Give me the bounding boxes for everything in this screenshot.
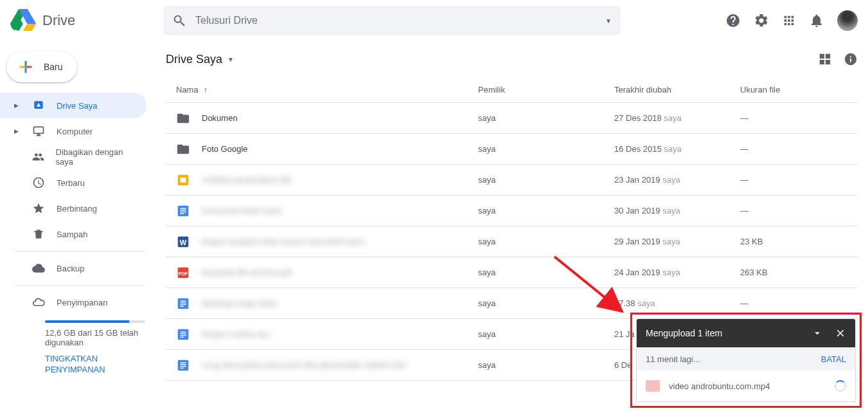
close-icon[interactable]	[835, 327, 846, 339]
svg-rect-8	[178, 205, 189, 216]
sidebar-item-label: Berbintang	[57, 204, 97, 214]
file-owner: saya	[478, 113, 614, 123]
svg-rect-25	[180, 334, 186, 335]
gear-icon[interactable]	[754, 13, 769, 28]
computer-icon	[32, 125, 45, 138]
sidebar-item-trash[interactable]: Sampah	[0, 221, 146, 247]
header: Drive ▼	[0, 0, 868, 41]
upload-file-row[interactable]: video androbuntu.com.mp4	[637, 370, 855, 401]
logo-block[interactable]: Drive	[10, 8, 163, 33]
file-owner: saya	[478, 298, 614, 308]
sidebar-item-label: Penyimpanan	[57, 298, 108, 307]
sidebar-item-computers[interactable]: ▶ Komputer	[0, 118, 146, 144]
col-header-modified[interactable]: Terakhir diubah	[614, 85, 740, 95]
new-button-label: Baru	[44, 62, 63, 72]
upload-file-name: video androbuntu.com.mp4	[669, 381, 770, 391]
file-type-icon	[176, 173, 190, 187]
breadcrumb[interactable]: Drive Saya ▼	[166, 53, 234, 66]
expand-icon[interactable]: ▶	[14, 128, 21, 134]
file-row[interactable]: PDFExported file archive.pdfsaya24 Jan 2…	[166, 257, 858, 288]
upgrade-storage-link[interactable]: TINGKATKAN PENYIMPANAN	[45, 354, 145, 376]
product-name: Drive	[42, 12, 75, 29]
file-row[interactable]: Untitled presentation filesaya23 Jan 201…	[166, 165, 858, 196]
search-options-dropdown-icon[interactable]: ▼	[605, 17, 612, 24]
sidebar: Baru ▶ Drive Saya ▶ Komputer Dibagikan d…	[0, 41, 153, 411]
file-name: Foto Google	[202, 144, 248, 154]
file-name: Untitled presentation file	[202, 175, 291, 185]
info-icon[interactable]	[844, 52, 858, 66]
file-size: —	[740, 298, 858, 308]
cloud-icon	[32, 262, 45, 275]
upload-panel-title: Mengupload 1 item	[646, 328, 722, 338]
svg-rect-30	[180, 365, 186, 366]
cloud-outline-icon	[32, 296, 45, 309]
file-modified: 29 Jan 2019 saya	[614, 237, 740, 246]
file-size: —	[740, 113, 858, 123]
upload-panel-highlight: Mengupload 1 item 11 menit lagi... BATAL…	[630, 313, 862, 408]
svg-rect-17	[178, 298, 189, 309]
upload-panel-status: 11 menit lagi... BATAL	[637, 347, 855, 370]
sidebar-item-label: Komputer	[57, 127, 93, 136]
svg-rect-22	[178, 329, 189, 340]
upload-eta: 11 menit lagi...	[646, 354, 700, 364]
apps-icon[interactable]	[782, 14, 796, 28]
expand-icon[interactable]: ▶	[14, 102, 21, 109]
file-row[interactable]: Foto Googlesaya16 Des 2015 saya—	[166, 134, 858, 165]
search-box[interactable]: ▼	[163, 6, 621, 35]
sidebar-divider	[14, 285, 145, 286]
storage-bar-fill	[45, 320, 129, 323]
sidebar-item-recent[interactable]: Terbaru	[0, 170, 146, 196]
file-row[interactable]: WReport analysis final version document.…	[166, 226, 858, 257]
file-name: Long descriptive document title placehol…	[202, 360, 405, 370]
main-header: Drive Saya ▼	[166, 41, 858, 77]
notifications-icon[interactable]	[809, 13, 824, 28]
file-modified: 24 Jan 2019 saya	[614, 268, 740, 277]
file-modified: 30 Jan 2019 saya	[614, 206, 740, 215]
sidebar-item-starred[interactable]: Berbintang	[0, 196, 146, 221]
file-row[interactable]: Document draft notessaya30 Jan 2019 saya…	[166, 196, 858, 226]
avatar[interactable]	[837, 10, 858, 31]
plus-icon	[17, 58, 35, 76]
sidebar-item-storage[interactable]: Penyimpanan	[0, 289, 146, 315]
file-size: —	[740, 144, 858, 154]
header-actions	[725, 10, 858, 31]
svg-rect-31	[180, 367, 184, 368]
video-thumb-icon	[646, 380, 660, 392]
col-header-size[interactable]: Ukuran file	[740, 85, 858, 95]
grid-view-icon[interactable]	[818, 52, 832, 66]
file-type-icon	[176, 358, 190, 372]
col-header-name[interactable]: Nama ↑	[166, 85, 478, 95]
svg-rect-11	[180, 211, 186, 212]
col-header-owner[interactable]: Pemilik	[478, 85, 614, 95]
sidebar-item-my-drive[interactable]: ▶ Drive Saya	[0, 93, 146, 118]
sidebar-item-shared[interactable]: Dibagikan dengan saya	[0, 144, 146, 170]
svg-rect-10	[180, 210, 186, 210]
file-type-icon: PDF	[176, 266, 190, 280]
sort-arrow-up-icon: ↑	[204, 85, 208, 95]
file-size: 23 KB	[740, 237, 858, 246]
svg-rect-19	[180, 302, 186, 303]
help-icon[interactable]	[725, 13, 741, 28]
upload-cancel-button[interactable]: BATAL	[821, 354, 846, 364]
file-row[interactable]: Dokumensaya27 Des 2018 saya—	[166, 103, 858, 134]
file-modified: 16 Des 2015 saya	[614, 144, 740, 154]
column-headers: Nama ↑ Pemilik Terakhir diubah Ukuran fi…	[166, 77, 858, 103]
file-name: Meeting recap notes	[202, 298, 278, 308]
drive-logo-icon	[10, 8, 36, 33]
sidebar-item-label: Terbaru	[57, 178, 85, 188]
sidebar-divider	[14, 251, 145, 251]
spinner-icon	[835, 380, 846, 392]
sidebar-item-backup[interactable]: Backup	[0, 255, 146, 281]
svg-rect-4	[24, 66, 26, 68]
svg-rect-9	[180, 208, 186, 208]
file-owner: saya	[478, 329, 614, 339]
svg-rect-20	[180, 304, 186, 304]
collapse-icon[interactable]	[811, 327, 823, 339]
search-input[interactable]	[195, 15, 605, 26]
svg-rect-12	[180, 213, 184, 214]
new-button[interactable]: Baru	[6, 51, 77, 82]
upload-panel-header: Mengupload 1 item	[637, 319, 855, 347]
file-owner: saya	[478, 144, 614, 154]
svg-marker-3	[23, 24, 36, 31]
sidebar-item-label: Dibagikan dengan saya	[56, 147, 139, 167]
